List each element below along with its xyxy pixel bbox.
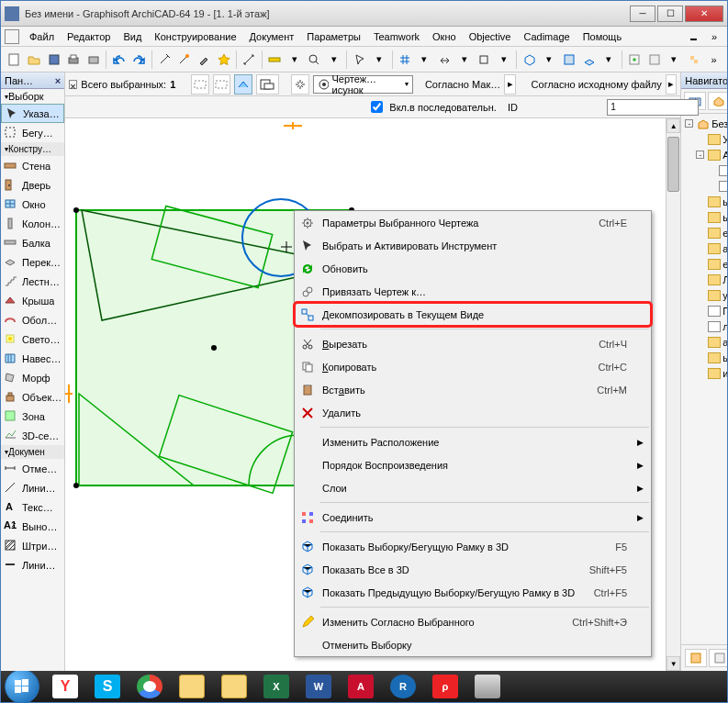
context-item[interactable]: Показать Все в 3DShift+F5 xyxy=(295,558,651,581)
context-item[interactable]: Привязать Чертеж к… xyxy=(295,280,651,303)
start-button[interactable] xyxy=(5,669,39,703)
maximize-button[interactable]: ☐ xyxy=(657,6,683,22)
menu-edit[interactable]: Редактор xyxy=(61,28,117,45)
context-item[interactable]: ВставитьCtrl+M xyxy=(295,378,651,401)
drawing-combo[interactable]: Чертеж…исунок xyxy=(313,75,413,94)
tool-stair[interactable]: Лестн… xyxy=(1,272,64,291)
tool-line[interactable]: Лини… xyxy=(1,478,64,497)
tool-text[interactable]: AТекс… xyxy=(1,497,64,517)
tree-item[interactable]: Участок xyxy=(683,131,727,147)
tool-skylight[interactable]: Свето… xyxy=(1,329,64,349)
context-item[interactable]: Параметры Выбранного ЧертежаCtrl+E xyxy=(295,211,651,234)
taskbar-explorer2[interactable] xyxy=(214,673,254,700)
tree-item[interactable]: икации xyxy=(683,365,727,381)
context-item[interactable]: Показать Выборку/Бегущую Рамку в 3DF5 xyxy=(295,535,651,558)
context-item[interactable]: Изменить Согласно ВыбранногоCtrl+Shift+Э xyxy=(295,610,651,633)
3dcut-icon[interactable]: ▾ xyxy=(599,50,619,70)
close-button[interactable]: ✕ xyxy=(685,6,723,22)
mvo-icon[interactable]: ▾ xyxy=(495,50,514,70)
tree-item[interactable]: й этаж xyxy=(683,178,727,194)
tree-item[interactable]: ации xyxy=(683,334,727,350)
menu-params[interactable]: Параметры xyxy=(300,28,367,45)
doc-minimize-icon[interactable]: 🗕 xyxy=(682,28,705,45)
tree-item[interactable]: ументы xyxy=(683,287,727,303)
context-item[interactable]: КопироватьCtrl+C xyxy=(295,355,651,378)
menu-document[interactable]: Документ xyxy=(243,28,301,45)
context-item[interactable]: Изменить Расположение▶ xyxy=(295,430,651,453)
tree-item[interactable]: Перспекти xyxy=(683,303,727,318)
minimize-button[interactable]: ─ xyxy=(630,6,655,22)
favorite-icon[interactable] xyxy=(214,50,233,70)
taskbar-autocad[interactable]: A xyxy=(341,673,381,700)
3dwin-icon[interactable] xyxy=(579,50,599,70)
toolbox-tab[interactable]: Выборк xyxy=(1,89,64,104)
layer-icon[interactable]: ▾ xyxy=(415,50,434,70)
tool-object[interactable]: Объек… xyxy=(1,387,64,407)
tool-curtain[interactable]: Навес… xyxy=(1,349,64,368)
menu-view[interactable]: Вид xyxy=(117,28,148,45)
tool-morph[interactable]: Морф xyxy=(1,368,64,387)
tool-line2[interactable]: Лини… xyxy=(1,555,64,575)
tree-item[interactable]: -Без имени xyxy=(683,116,727,131)
undo-icon[interactable] xyxy=(109,50,129,70)
context-item[interactable]: Выбрать и Активировать Инструмент xyxy=(295,234,651,257)
tree-item[interactable]: ы Потолко xyxy=(683,209,727,225)
save-icon[interactable] xyxy=(44,50,63,70)
tool-marquee[interactable]: Бегу… xyxy=(1,123,64,142)
tree-item[interactable]: Листы xyxy=(683,272,727,287)
taskbar-skype[interactable]: S xyxy=(87,673,128,700)
taskbar-word[interactable]: W xyxy=(298,673,339,700)
tree-btn1-icon[interactable] xyxy=(685,649,707,667)
taskbar-pdf[interactable]: ρ xyxy=(425,673,465,700)
tool-mesh[interactable]: 3D-се… xyxy=(1,426,64,445)
nav-view-icon[interactable] xyxy=(708,92,727,110)
find2-icon[interactable]: ▾ xyxy=(325,50,344,70)
scale2-icon[interactable]: ▾ xyxy=(454,50,474,70)
taskbar-chrome[interactable] xyxy=(129,673,170,700)
tree-toggle[interactable]: - xyxy=(685,119,693,128)
tool-shell[interactable]: Обол… xyxy=(1,310,64,329)
open-icon[interactable] xyxy=(25,50,44,70)
context-item[interactable]: Показать Предыдущую Выборку/Бегущую Рамк… xyxy=(295,581,651,604)
geometry2-icon[interactable] xyxy=(213,74,231,95)
info-close-icon[interactable]: × xyxy=(69,80,77,89)
tool-column[interactable]: Колон… xyxy=(1,214,64,233)
print-icon[interactable] xyxy=(64,50,84,70)
tool-fill[interactable]: Штри… xyxy=(1,536,64,555)
geometry3-icon[interactable] xyxy=(234,74,252,95)
navigator-tree[interactable]: -Без имениУчасток-AP Планы Этажейй этажй… xyxy=(681,114,727,383)
tree-item[interactable]: ертки xyxy=(683,256,727,272)
tree-item[interactable]: езы xyxy=(683,225,727,240)
tree-toggle[interactable]: - xyxy=(696,151,704,159)
module-icon[interactable] xyxy=(644,50,664,70)
context-item[interactable]: Удалить xyxy=(295,401,651,424)
cursor-icon[interactable] xyxy=(350,50,369,70)
context-item[interactable]: Порядок Воспроизведения▶ xyxy=(295,453,651,476)
toolbar-overflow[interactable]: » xyxy=(704,50,723,70)
trace-icon[interactable]: ▾ xyxy=(285,50,304,70)
canvas-scrollbar-v[interactable]: ▲ ▼ xyxy=(666,118,680,671)
tree-btn2-icon[interactable] xyxy=(709,649,727,667)
tool-wall[interactable]: Стена xyxy=(1,156,64,175)
pen-icon[interactable] xyxy=(475,50,494,70)
tree-item[interactable]: ады xyxy=(683,240,727,256)
menu-file[interactable]: Файл xyxy=(23,28,61,45)
scroll-thumb[interactable] xyxy=(667,137,679,192)
pick2-icon[interactable] xyxy=(174,50,194,70)
menu-teamwork[interactable]: Teamwork xyxy=(367,28,426,45)
tool-label[interactable]: A1Выно… xyxy=(1,517,64,536)
suspend-icon[interactable]: ▾ xyxy=(370,50,389,70)
tool-beam[interactable]: Балка xyxy=(1,233,64,252)
taskbar-revit[interactable]: R xyxy=(383,673,423,700)
id-input[interactable] xyxy=(607,99,699,116)
tool-dim[interactable]: Отме… xyxy=(1,459,64,478)
tree-item[interactable]: льная Аксо xyxy=(683,318,727,334)
floor-icon[interactable] xyxy=(560,50,579,70)
tool-door[interactable]: Дверь xyxy=(1,175,64,195)
xref-icon[interactable] xyxy=(625,50,644,70)
menu-window[interactable]: Окно xyxy=(426,28,463,45)
tool-section[interactable]: Докумен xyxy=(1,445,64,459)
context-item[interactable]: ВырезатьCtrl+Ч xyxy=(295,332,651,355)
grid-icon[interactable] xyxy=(395,50,414,70)
ruler-icon[interactable] xyxy=(265,50,285,70)
